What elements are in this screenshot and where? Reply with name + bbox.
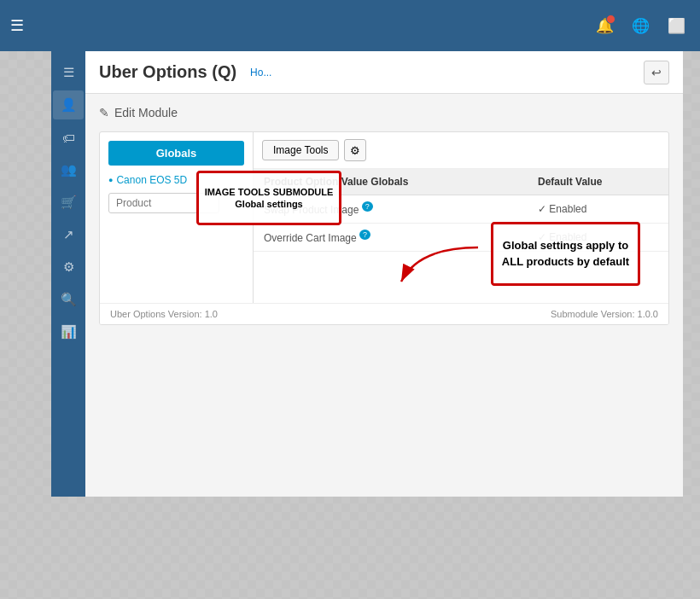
sidebar-item-chart[interactable]: 📊 (53, 317, 84, 346)
page-header-left: Uber Options (Q) Ho... (99, 62, 271, 82)
uber-options-version: Uber Options Version: 1.0 (110, 309, 218, 319)
page-header-right: ↩ (644, 61, 669, 84)
top-bar-icons: 🔔 🌐 ⬜ (591, 12, 690, 39)
edit-module-bar: ✎ Edit Module (99, 106, 669, 119)
settings-table: Product Option Value Globals Default Val… (254, 169, 668, 252)
gear-icon: ⚙ (350, 144, 360, 157)
module-two-col: Globals ● Canon EOS 5D Image Tools (100, 132, 668, 303)
gear-settings-button[interactable]: ⚙ (344, 139, 366, 161)
link-dot-icon: ● (108, 176, 113, 184)
module-left-col: Globals ● Canon EOS 5D (100, 132, 254, 303)
page-title: Uber Options (Q) (99, 62, 236, 82)
module-panel: Globals ● Canon EOS 5D Image Tools (99, 131, 669, 325)
col2-header: Default Value (528, 169, 668, 195)
sidebar-item-menu[interactable]: ☰ (53, 58, 84, 87)
expand-icon[interactable]: ⬜ (662, 12, 690, 39)
sidebar-item-cart[interactable]: 🛒 (53, 188, 84, 217)
module-right-col: Image Tools ⚙ Product Option Value Globa… (254, 132, 668, 303)
globals-tab[interactable]: Globals (108, 141, 244, 166)
pencil-icon: ✎ (99, 106, 109, 119)
sidebar-item-search[interactable]: 🔍 (53, 285, 84, 314)
page-body: ✎ Edit Module Globals ● Canon EOS 5D (85, 94, 683, 497)
back-button[interactable]: ↩ (644, 61, 669, 84)
global-top-bar: ☰ 🔔 🌐 ⬜ (0, 0, 700, 51)
product-search-input[interactable] (108, 193, 219, 213)
canon-eos-link[interactable]: ● Canon EOS 5D (108, 174, 244, 186)
page-header: Uber Options (Q) Ho... ↩ (85, 51, 683, 94)
version-footer: Uber Options Version: 1.0 Submodule Vers… (100, 303, 668, 324)
right-col-tabs: Image Tools ⚙ (254, 132, 668, 169)
col1-header: Product Option Value Globals (254, 169, 528, 195)
image-tools-tab[interactable]: Image Tools (262, 140, 339, 160)
edit-module-label: Edit Module (114, 106, 178, 119)
hamburger-icon[interactable]: ☰ (10, 16, 24, 35)
row-value-0: ✓ Enabled (528, 195, 668, 224)
left-sidebar: ☰ 👤 🏷 👥 🛒 ↗ ⚙ 🔍 📊 (51, 51, 85, 497)
notification-icon[interactable]: 🔔 (591, 12, 618, 39)
sidebar-item-user[interactable]: 👤 (53, 90, 84, 119)
table-row: Swap Product Image ? ✓ Enabled (254, 195, 668, 224)
main-content: Uber Options (Q) Ho... ↩ ✎ Edit Module G… (85, 51, 683, 497)
breadcrumb[interactable]: Ho... (250, 67, 271, 79)
user-globe-icon[interactable]: 🌐 (627, 12, 654, 39)
product-link-row: ● Canon EOS 5D (108, 174, 244, 186)
row-label-1: Override Cart Image ? (254, 224, 528, 252)
sidebar-item-tags[interactable]: 🏷 (53, 123, 84, 152)
row-value-1: ✓ Enabled (528, 224, 668, 252)
row-label-0: Swap Product Image ? (254, 195, 528, 224)
sidebar-item-settings[interactable]: ⚙ (53, 253, 84, 282)
sidebar-item-share[interactable]: ↗ (53, 220, 84, 249)
table-header-row: Product Option Value Globals Default Val… (254, 169, 668, 195)
submodule-version: Submodule Version: 1.0.0 (551, 309, 658, 319)
product-link-text: Canon EOS 5D (116, 174, 187, 186)
table-row: Override Cart Image ? ✓ Enabled (254, 224, 668, 252)
sidebar-item-group[interactable]: 👥 (53, 155, 84, 184)
